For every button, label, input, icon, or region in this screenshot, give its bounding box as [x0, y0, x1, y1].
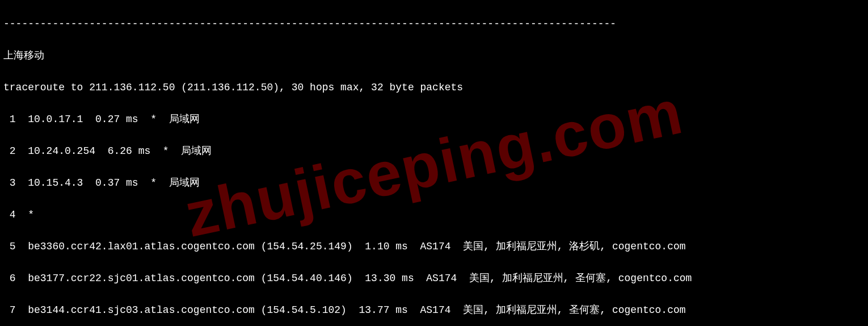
hop-number: 6 — [3, 270, 16, 286]
hop-number: 2 — [3, 143, 16, 159]
hop-detail: be3177.ccr22.sjc01.atlas.cogentco.com (1… — [28, 273, 692, 284]
hop-detail: 10.15.4.3 0.37 ms * 局域网 — [28, 177, 199, 189]
hop-number: 1 — [3, 111, 16, 127]
trace-title: 上海移动 — [3, 48, 865, 64]
hop-number: 3 — [3, 175, 16, 191]
hop-detail: be3144.ccr41.sjc03.atlas.cogentco.com (1… — [28, 304, 685, 316]
terminal-output: ----------------------------------------… — [0, 0, 868, 326]
hop-row: 4 * — [3, 207, 865, 223]
hop-row: 3 10.15.4.3 0.37 ms * 局域网 — [3, 175, 865, 191]
hop-number: 5 — [3, 239, 16, 254]
hop-row: 5 be3360.ccr42.lax01.atlas.cogentco.com … — [3, 239, 865, 254]
hop-number: 7 — [3, 302, 16, 318]
hop-detail: be3360.ccr42.lax01.atlas.cogentco.com (1… — [28, 241, 685, 252]
separator-line: ----------------------------------------… — [3, 16, 865, 32]
hop-detail: 10.24.0.254 6.26 ms * 局域网 — [28, 145, 212, 157]
hop-detail: 10.0.17.1 0.27 ms * 局域网 — [28, 114, 199, 125]
trace-header: traceroute to 211.136.112.50 (211.136.11… — [3, 80, 865, 95]
hop-row: 2 10.24.0.254 6.26 ms * 局域网 — [3, 143, 865, 159]
hop-row: 1 10.0.17.1 0.27 ms * 局域网 — [3, 111, 865, 127]
hop-row: 7 be3144.ccr41.sjc03.atlas.cogentco.com … — [3, 302, 865, 318]
hop-row: 6 be3177.ccr22.sjc01.atlas.cogentco.com … — [3, 270, 865, 286]
hop-detail: * — [28, 209, 34, 220]
hop-number: 4 — [3, 207, 16, 223]
